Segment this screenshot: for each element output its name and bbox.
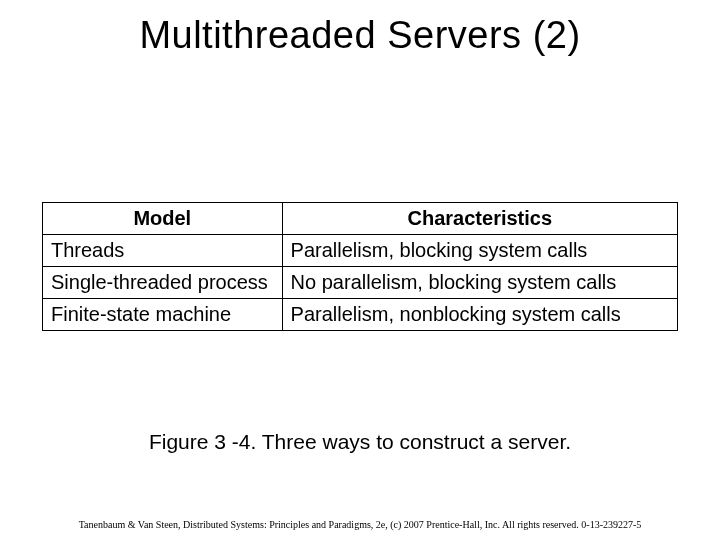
figure-caption: Figure 3 -4. Three ways to construct a s…: [0, 430, 720, 454]
model-characteristics-table: Model Characteristics Threads Parallelis…: [42, 202, 678, 331]
cell-characteristics: No parallelism, blocking system calls: [282, 267, 677, 299]
header-characteristics: Characteristics: [282, 203, 677, 235]
slide-title: Multithreaded Servers (2): [0, 14, 720, 57]
cell-characteristics: Parallelism, blocking system calls: [282, 235, 677, 267]
table: Model Characteristics Threads Parallelis…: [42, 202, 678, 331]
table-header-row: Model Characteristics: [43, 203, 678, 235]
cell-characteristics: Parallelism, nonblocking system calls: [282, 299, 677, 331]
table-row: Threads Parallelism, blocking system cal…: [43, 235, 678, 267]
table-row: Finite-state machine Parallelism, nonblo…: [43, 299, 678, 331]
cell-model: Finite-state machine: [43, 299, 283, 331]
header-model: Model: [43, 203, 283, 235]
table-row: Single-threaded process No parallelism, …: [43, 267, 678, 299]
cell-model: Single-threaded process: [43, 267, 283, 299]
cell-model: Threads: [43, 235, 283, 267]
copyright-footer: Tanenbaum & Van Steen, Distributed Syste…: [0, 519, 720, 530]
slide: Multithreaded Servers (2) Model Characte…: [0, 0, 720, 540]
